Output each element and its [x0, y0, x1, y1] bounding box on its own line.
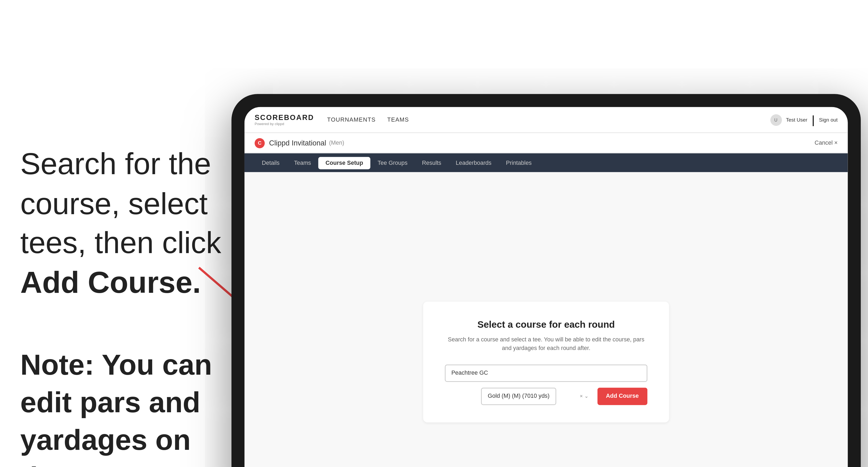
- top-navigation: SCOREBOARD Powered by clippd TOURNAMENTS…: [245, 107, 848, 133]
- course-search-input[interactable]: [445, 364, 647, 382]
- tab-teams[interactable]: Teams: [287, 156, 318, 169]
- tab-details[interactable]: Details: [255, 156, 287, 169]
- logo-area: SCOREBOARD Powered by clippd: [255, 114, 314, 126]
- nav-right: U Test User | Sign out: [770, 113, 838, 126]
- nav-links: TOURNAMENTS TEAMS: [327, 117, 409, 123]
- tournament-icon-letter: C: [258, 141, 262, 146]
- tab-printables[interactable]: Printables: [499, 156, 539, 169]
- instruction-line2: course, select: [20, 186, 208, 220]
- sign-out-link[interactable]: Sign out: [819, 117, 838, 122]
- course-selection-card: Select a course for each round Search fo…: [423, 301, 669, 422]
- card-description: Search for a course and select a tee. Yo…: [445, 335, 647, 353]
- user-name: Test User: [786, 117, 807, 122]
- tab-leaderboards[interactable]: Leaderboards: [448, 156, 499, 169]
- tee-select-row: Gold (M) (M) (7010 yds) Add Course: [445, 387, 647, 405]
- instruction-text: Search for the course, select tees, then…: [20, 145, 230, 303]
- instruction-line1: Search for the: [20, 147, 211, 181]
- nav-separator: |: [812, 113, 814, 126]
- tournament-header: C Clippd Invitational (Men) Cancel ×: [245, 133, 848, 153]
- user-avatar: U: [770, 114, 782, 125]
- tournament-badge: (Men): [329, 139, 344, 146]
- note-text: Note: You can edit pars and yardages on …: [20, 346, 230, 467]
- cancel-button[interactable]: Cancel ×: [814, 139, 838, 146]
- tee-select[interactable]: Gold (M) (M) (7010 yds): [481, 387, 556, 405]
- tablet-device: SCOREBOARD Powered by clippd TOURNAMENTS…: [231, 94, 861, 467]
- tee-select-wrapper: Gold (M) (M) (7010 yds): [445, 387, 593, 405]
- main-content: Select a course for each round Search fo…: [245, 172, 848, 467]
- logo-scoreboard: SCOREBOARD: [255, 114, 314, 122]
- tab-bar: Details Teams Course Setup Tee Groups Re…: [245, 153, 848, 172]
- tab-results[interactable]: Results: [415, 156, 448, 169]
- add-course-button[interactable]: Add Course: [597, 387, 647, 405]
- note-line3: yardages on the: [20, 424, 191, 467]
- tournament-name: Clippd Invitational: [269, 139, 327, 147]
- tournament-logo-icon: C: [255, 138, 265, 148]
- tab-tee-groups[interactable]: Tee Groups: [370, 156, 415, 169]
- note-line1: Note: You can: [20, 349, 212, 381]
- card-title: Select a course for each round: [445, 319, 647, 329]
- instruction-bold: Add Course.: [20, 265, 201, 299]
- nav-teams[interactable]: TEAMS: [387, 117, 409, 123]
- tab-course-setup[interactable]: Course Setup: [318, 156, 370, 169]
- nav-tournaments[interactable]: TOURNAMENTS: [327, 117, 376, 123]
- instruction-panel: Search for the course, select tees, then…: [20, 145, 230, 467]
- note-line2: edit pars and: [20, 386, 200, 418]
- instruction-line3: tees, then click: [20, 226, 221, 260]
- logo-sub: Powered by clippd: [255, 122, 314, 126]
- tablet-screen: SCOREBOARD Powered by clippd TOURNAMENTS…: [245, 107, 848, 467]
